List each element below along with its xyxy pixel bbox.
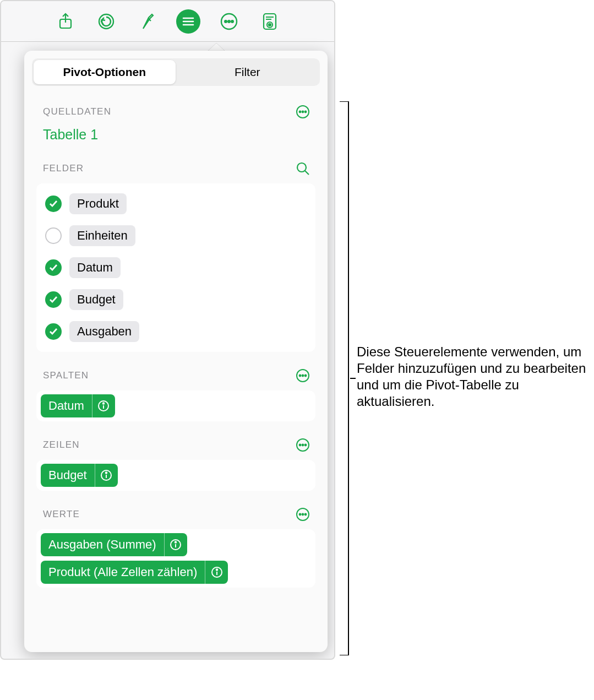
- svg-point-40: [175, 541, 176, 542]
- svg-point-36: [302, 514, 304, 515]
- field-pill: Ausgaben: [69, 321, 139, 342]
- search-icon[interactable]: [295, 160, 311, 177]
- info-icon[interactable]: [164, 533, 187, 556]
- svg-point-37: [305, 514, 307, 515]
- rows-more-icon[interactable]: [295, 437, 311, 453]
- field-pill: Datum: [69, 257, 121, 278]
- share-icon[interactable]: [53, 9, 78, 34]
- field-row[interactable]: Ausgaben: [43, 316, 309, 348]
- row-chip[interactable]: Budget: [41, 464, 118, 487]
- svg-point-30: [305, 444, 307, 446]
- field-row[interactable]: Budget: [43, 284, 309, 316]
- chip-label: Ausgaben (Summe): [41, 533, 164, 556]
- info-icon[interactable]: [205, 561, 228, 584]
- info-icon[interactable]: [92, 394, 115, 417]
- tab-bar: Pivot-Optionen Filter: [32, 58, 320, 86]
- field-row[interactable]: Produkt: [43, 188, 309, 220]
- rows-bucket[interactable]: Budget: [36, 460, 315, 491]
- pivot-options-panel: Pivot-Optionen Filter QUELLDATEN Tabelle…: [24, 51, 328, 652]
- checkmark-icon[interactable]: [45, 323, 62, 340]
- value-chip[interactable]: Ausgaben (Summe): [41, 533, 187, 556]
- source-label: QUELLDATEN: [43, 106, 111, 117]
- organize-icon[interactable]: [258, 9, 282, 34]
- source-section-head: QUELLDATEN: [32, 98, 320, 124]
- checkmark-icon[interactable]: [45, 259, 62, 276]
- svg-point-29: [302, 444, 304, 446]
- checkmark-icon[interactable]: [45, 291, 62, 308]
- columns-section-head: SPALTEN: [32, 362, 320, 388]
- chip-label: Produkt (Alle Zellen zählen): [41, 561, 205, 584]
- value-chip[interactable]: Produkt (Alle Zellen zählen): [41, 561, 228, 584]
- callout-tick: [350, 378, 356, 379]
- svg-point-21: [299, 375, 301, 377]
- svg-point-16: [302, 111, 304, 113]
- columns-bucket[interactable]: Datum: [36, 390, 315, 421]
- fields-list: Produkt Einheiten Datum Budget: [36, 183, 315, 352]
- values-more-icon[interactable]: [295, 506, 311, 523]
- svg-point-33: [106, 472, 107, 473]
- svg-point-35: [299, 514, 301, 515]
- source-name[interactable]: Tabelle 1: [32, 124, 320, 155]
- values-section-head: WERTE: [32, 501, 320, 527]
- tab-pivot-options[interactable]: Pivot-Optionen: [34, 60, 176, 84]
- popover-arrow: [208, 42, 225, 51]
- svg-point-8: [231, 20, 233, 23]
- tab-filter[interactable]: Filter: [177, 60, 319, 84]
- svg-point-23: [305, 375, 307, 377]
- fields-label: FELDER: [43, 163, 84, 174]
- svg-point-28: [299, 444, 301, 446]
- svg-point-15: [299, 111, 301, 113]
- callout-bracket: [339, 101, 351, 655]
- chip-label: Datum: [41, 394, 92, 417]
- checkmark-icon[interactable]: [45, 227, 62, 244]
- app-window: Pivot-Optionen Filter QUELLDATEN Tabelle…: [0, 0, 335, 660]
- field-pill: Budget: [69, 289, 123, 310]
- column-chip[interactable]: Datum: [41, 394, 115, 417]
- field-row[interactable]: Datum: [43, 252, 309, 284]
- svg-point-17: [305, 111, 307, 113]
- checkmark-icon[interactable]: [45, 196, 62, 212]
- rows-section-head: ZEILEN: [32, 431, 320, 458]
- field-row[interactable]: Einheiten: [43, 220, 309, 252]
- undo-icon[interactable]: [94, 9, 118, 34]
- callout-text: Diese Steuerelemente verwenden, um Felde…: [357, 344, 588, 410]
- info-icon[interactable]: [95, 464, 118, 487]
- columns-more-icon[interactable]: [295, 367, 311, 384]
- svg-point-11: [269, 24, 271, 26]
- rows-label: ZEILEN: [43, 439, 80, 451]
- values-bucket[interactable]: Ausgaben (Summe) Produkt (Alle Zellen zä…: [36, 529, 315, 588]
- source-more-icon[interactable]: [295, 104, 311, 120]
- field-pill: Einheiten: [69, 225, 135, 246]
- format-icon[interactable]: [135, 9, 159, 34]
- field-pill: Produkt: [69, 193, 127, 214]
- svg-point-26: [103, 403, 104, 404]
- svg-point-6: [225, 20, 227, 23]
- svg-line-19: [305, 171, 309, 175]
- svg-point-18: [297, 163, 306, 172]
- pivot-icon[interactable]: [176, 9, 200, 34]
- columns-label: SPALTEN: [43, 370, 89, 381]
- chip-label: Budget: [41, 464, 95, 487]
- svg-point-43: [216, 569, 217, 570]
- fields-section-head: FELDER: [32, 155, 320, 181]
- more-icon[interactable]: [217, 9, 241, 34]
- svg-point-7: [228, 20, 230, 23]
- svg-point-22: [302, 375, 304, 377]
- toolbar: [1, 1, 334, 42]
- values-label: WERTE: [43, 509, 80, 520]
